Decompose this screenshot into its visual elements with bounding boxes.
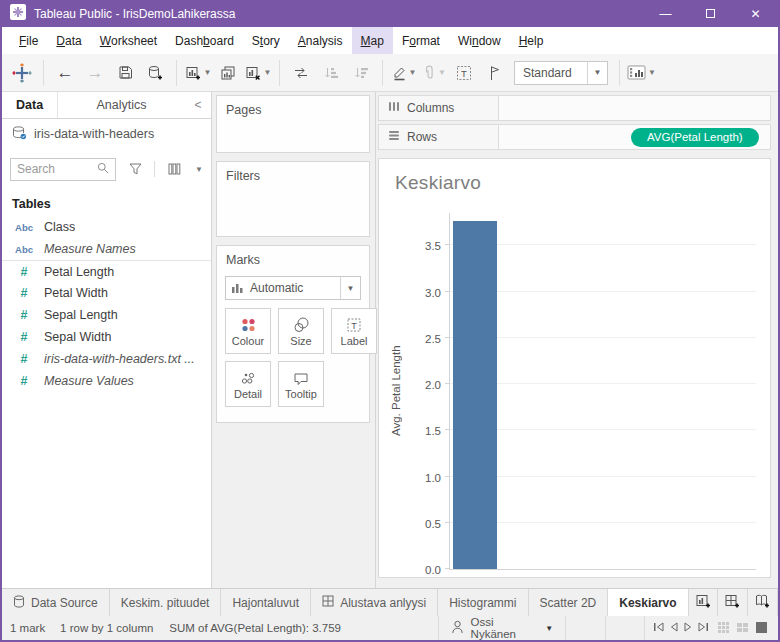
marks-detail-button[interactable]: Detail bbox=[225, 361, 271, 407]
marks-tooltip-button[interactable]: Tooltip bbox=[278, 361, 324, 407]
rows-shelf[interactable]: Rows AVG(Petal Length) bbox=[378, 124, 771, 150]
field-measure-names[interactable]: AbcMeasure Names bbox=[2, 238, 211, 260]
filter-fields-icon[interactable] bbox=[121, 155, 149, 183]
duplicate-button[interactable] bbox=[214, 59, 242, 87]
menu-map[interactable]: Map bbox=[352, 27, 393, 54]
rows-pill[interactable]: AVG(Petal Length) bbox=[631, 128, 759, 147]
menu-format[interactable]: Format bbox=[393, 27, 449, 54]
y-tick-mark bbox=[445, 383, 450, 384]
show-sheet-icon[interactable] bbox=[755, 621, 768, 636]
tableau-logo-icon[interactable] bbox=[8, 59, 36, 87]
show-tabs-icon[interactable] bbox=[717, 621, 730, 636]
columns-shelf[interactable]: Columns bbox=[378, 95, 771, 121]
menu-window[interactable]: Window bbox=[449, 27, 510, 54]
label-icon: T bbox=[345, 316, 363, 334]
show-mark-labels-button[interactable]: T bbox=[450, 59, 478, 87]
sort-descending-button[interactable] bbox=[347, 59, 375, 87]
tab-scatter-2d[interactable]: Scatter 2D bbox=[529, 589, 609, 616]
statusbar: 1 mark 1 row by 1 column SUM of AVG(Peta… bbox=[2, 616, 778, 640]
user-menu[interactable]: Ossi Nykänen ▼ bbox=[438, 616, 566, 640]
show-filmstrip-icon[interactable] bbox=[736, 621, 749, 636]
y-axis-label[interactable]: Avg. Petal Length bbox=[388, 213, 404, 569]
field-sepal-length[interactable]: #Sepal Length bbox=[2, 304, 211, 326]
previous-sheet-icon[interactable] bbox=[670, 622, 678, 634]
tab-keskim-pituudet[interactable]: Keskim. pituudet bbox=[110, 589, 222, 616]
group-members-button[interactable]: ▼ bbox=[420, 59, 448, 87]
last-sheet-icon[interactable] bbox=[698, 622, 709, 634]
rows-shelf-area[interactable]: AVG(Petal Length) bbox=[499, 124, 771, 150]
highlight-button[interactable]: ▼ bbox=[390, 59, 418, 87]
svg-text:T: T bbox=[461, 67, 467, 78]
titlebar: Tableau Public - IrisDemoLahikerassa — ✕ bbox=[2, 0, 778, 27]
field-class[interactable]: AbcClass bbox=[2, 216, 211, 238]
marks-colour-button[interactable]: Colour bbox=[225, 308, 271, 354]
swap-rows-columns-button[interactable] bbox=[287, 59, 315, 87]
field-iris-data-with-headers-txt[interactable]: #iris-data-with-headers.txt ... bbox=[2, 348, 211, 370]
mark-type-dropdown[interactable]: Automatic ▼ bbox=[225, 276, 361, 300]
field-sepal-width[interactable]: #Sepal Width bbox=[2, 326, 211, 348]
tab-keskiarvo[interactable]: Keskiarvo bbox=[608, 589, 688, 616]
number-field-icon: # bbox=[13, 286, 35, 300]
menu-dashboard[interactable]: Dashboard bbox=[166, 27, 243, 54]
menu-story[interactable]: Story bbox=[243, 27, 289, 54]
menu-data[interactable]: Data bbox=[47, 27, 90, 54]
menu-help[interactable]: Help bbox=[510, 27, 553, 54]
redo-button[interactable]: → bbox=[81, 59, 109, 87]
show-me-button[interactable]: ▼ bbox=[627, 59, 656, 87]
clear-sheet-button[interactable]: ▼ bbox=[244, 59, 272, 87]
tab-data-source[interactable]: Data Source bbox=[2, 589, 110, 616]
y-tick-mark bbox=[445, 244, 450, 245]
next-sheet-icon[interactable] bbox=[684, 622, 692, 634]
columns-shelf-area[interactable] bbox=[499, 95, 771, 121]
number-field-icon: # bbox=[13, 330, 35, 344]
undo-button[interactable]: ← bbox=[51, 59, 79, 87]
y-tick-mark bbox=[445, 568, 450, 569]
datasource-row[interactable]: iris-data-with-headers bbox=[2, 119, 211, 149]
user-menu-caret[interactable]: ▼ bbox=[545, 624, 553, 633]
fit-selector-caret[interactable]: ▼ bbox=[587, 62, 607, 84]
marks-tooltip-label: Tooltip bbox=[285, 388, 317, 400]
new-story-button[interactable] bbox=[748, 589, 778, 616]
tab-data[interactable]: Data bbox=[2, 92, 58, 118]
field-petal-width[interactable]: #Petal Width bbox=[2, 282, 211, 304]
search-input[interactable] bbox=[17, 162, 93, 176]
new-data-source-button[interactable] bbox=[141, 59, 169, 87]
new-dashboard-button[interactable] bbox=[718, 589, 748, 616]
marks-label-button[interactable]: TLabel bbox=[331, 308, 377, 354]
field-measure-values[interactable]: #Measure Values bbox=[2, 370, 211, 392]
field-label: Petal Width bbox=[44, 286, 108, 300]
field-petal-length[interactable]: #Petal Length bbox=[2, 260, 211, 282]
menu-analysis[interactable]: Analysis bbox=[289, 27, 352, 54]
chart-plot: Avg. Petal Length 0.00.51.01.52.02.53.03… bbox=[449, 213, 756, 570]
bar-mark[interactable] bbox=[453, 221, 497, 569]
chart-view: Keskiarvo Avg. Petal Length 0.00.51.01.5… bbox=[378, 158, 771, 578]
pages-shelf[interactable]: Pages bbox=[216, 95, 370, 153]
new-worksheet-button[interactable]: ▼ bbox=[184, 59, 212, 87]
menu-file[interactable]: File bbox=[10, 27, 47, 54]
save-button[interactable] bbox=[111, 59, 139, 87]
maximize-button[interactable] bbox=[688, 0, 733, 27]
tab-alustava-anlyysi[interactable]: Alustava anlyysi bbox=[311, 589, 438, 616]
tab-hajontaluvut[interactable]: Hajontaluvut bbox=[221, 589, 311, 616]
collapse-pane-button[interactable]: < bbox=[185, 92, 211, 118]
window-title: Tableau Public - IrisDemoLahikerassa bbox=[34, 7, 235, 21]
search-box[interactable] bbox=[10, 158, 116, 181]
tab-analytics[interactable]: Analytics bbox=[58, 92, 185, 118]
marks-size-button[interactable]: Size bbox=[278, 308, 324, 354]
marks-detail-label: Detail bbox=[234, 388, 262, 400]
chart-title: Keskiarvo bbox=[395, 172, 481, 194]
view-data-grid-icon[interactable] bbox=[160, 155, 188, 183]
new-worksheet-button[interactable] bbox=[689, 589, 719, 616]
minimize-button[interactable]: — bbox=[643, 0, 688, 27]
fit-selector[interactable]: Standard ▼ bbox=[514, 61, 608, 85]
close-button[interactable]: ✕ bbox=[733, 0, 778, 27]
filters-shelf[interactable]: Filters bbox=[216, 161, 370, 237]
mark-type-caret[interactable]: ▼ bbox=[340, 277, 360, 299]
tab-histogrammi[interactable]: Histogrammi bbox=[438, 589, 528, 616]
first-sheet-icon[interactable] bbox=[653, 622, 664, 634]
fix-axes-button[interactable] bbox=[480, 59, 508, 87]
menu-worksheet[interactable]: Worksheet bbox=[91, 27, 166, 54]
sort-ascending-button[interactable] bbox=[317, 59, 345, 87]
view-grid-caret[interactable]: ▼ bbox=[195, 165, 203, 174]
search-icon bbox=[97, 162, 109, 177]
